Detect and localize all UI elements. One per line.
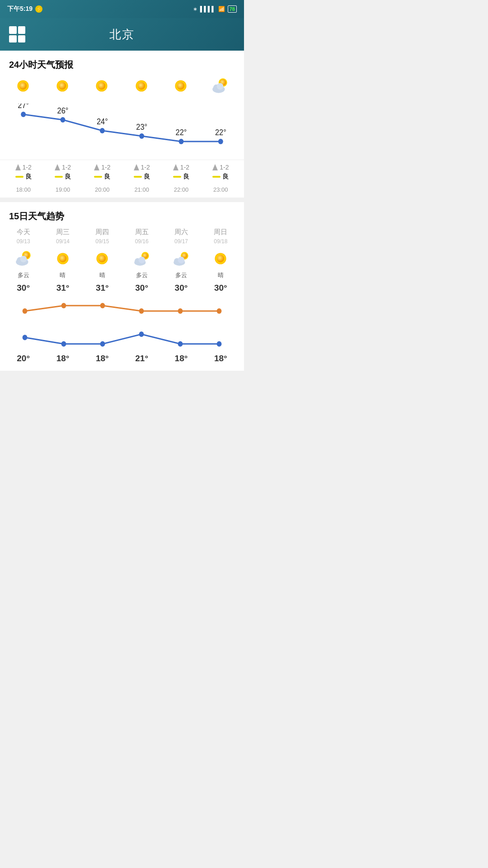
daily-low-row: 20°18°18°21°18°18°: [0, 354, 244, 363]
svg-point-67: [217, 308, 222, 314]
day-desc: 多云: [18, 271, 29, 279]
hour-col-4: [161, 76, 201, 96]
wind-direction: 1-2: [212, 164, 229, 171]
day-col-3: 周五 09/16 多云 30°: [122, 228, 161, 293]
daily-title: 15日天气趋势: [0, 202, 244, 228]
hour-col-2: [83, 76, 122, 96]
status-left: 下午5:19 ⚡: [7, 5, 42, 13]
svg-marker-32: [15, 164, 21, 170]
time-label: 20:00: [95, 184, 110, 194]
wind-speed: 1-2: [180, 164, 189, 171]
wind-col-4: 1-2 良 22:00: [161, 164, 201, 194]
wind-col-0: 1-2 良 18:00: [4, 164, 43, 194]
day-low-col-2: 18°: [83, 354, 122, 363]
svg-point-66: [178, 308, 183, 314]
day-desc: 多云: [136, 271, 148, 279]
svg-marker-36: [173, 164, 178, 170]
day-desc: 多云: [175, 271, 187, 279]
wind-row: 1-2 良 18:00 1-2 良 19:00 1-2 良 20:00 1-2: [0, 160, 244, 198]
day-name: 周六: [174, 228, 188, 236]
svg-point-65: [139, 308, 144, 314]
day-high-temp: 30°: [214, 283, 227, 293]
day-name: 周五: [135, 228, 149, 236]
svg-text:22°: 22°: [215, 127, 226, 137]
time-label: 22:00: [174, 184, 189, 194]
wind-direction: 1-2: [173, 164, 189, 171]
day-icon: [172, 249, 191, 268]
menu-button[interactable]: [9, 26, 25, 42]
day-col-2: 周四 09/15 晴 31°: [83, 228, 122, 293]
aq-label: 良: [65, 173, 71, 181]
svg-point-14: [177, 82, 185, 90]
wifi-icon: 📶: [218, 6, 225, 12]
day-col-0: 今天 09/13 多云 30°: [4, 228, 43, 293]
svg-point-42: [20, 256, 27, 263]
day-desc: 晴: [99, 271, 105, 279]
day-col-5: 周日 09/18 晴 30°: [201, 228, 240, 293]
svg-marker-33: [55, 164, 60, 170]
wind-col-3: 1-2 良 21:00: [122, 164, 161, 194]
aq-label: 良: [104, 173, 110, 181]
wind-col-1: 1-2 良 19:00: [43, 164, 82, 194]
svg-point-5: [59, 82, 66, 90]
wind-col-2: 1-2 良 20:00: [83, 164, 122, 194]
aq-label: 良: [144, 173, 150, 181]
day-name: 周三: [56, 228, 70, 236]
day-date: 09/15: [95, 238, 109, 245]
svg-point-19: [217, 83, 224, 90]
air-quality: 良: [134, 173, 150, 181]
time-label: 18:00: [16, 184, 31, 194]
wind-speed: 1-2: [62, 164, 71, 171]
wind-speed: 1-2: [141, 164, 150, 171]
day-icon: [132, 249, 151, 268]
svg-point-69: [61, 341, 66, 347]
main-content: 24小时天气预报: [0, 51, 244, 371]
hour-col-0: [4, 76, 43, 96]
svg-point-63: [61, 303, 66, 308]
svg-point-45: [59, 255, 67, 263]
day-date: 09/18: [214, 238, 227, 245]
svg-point-24: [100, 128, 105, 133]
day-low-col-1: 18°: [43, 354, 82, 363]
aq-label: 良: [183, 173, 189, 181]
day-high-temp: 31°: [96, 283, 109, 293]
daily-forecast-card: 15日天气趋势 今天 09/13 多云 30° 周三 09/14 晴 31° 周…: [0, 202, 244, 371]
day-low-col-5: 18°: [201, 354, 240, 363]
day-low-temp: 18°: [214, 354, 227, 363]
aq-label: 良: [25, 173, 32, 181]
svg-point-62: [23, 308, 28, 314]
wind-col-5: 1-2 良 23:00: [201, 164, 240, 194]
hour-col-1: [43, 76, 82, 96]
svg-text:24°: 24°: [97, 117, 108, 126]
svg-point-8: [98, 82, 106, 90]
day-high-temp: 30°: [17, 283, 30, 293]
svg-text:27°: 27°: [18, 104, 29, 110]
hourly-scroll[interactable]: [0, 76, 244, 104]
svg-point-70: [100, 341, 105, 347]
wind-direction: 1-2: [55, 164, 71, 171]
day-low-col-4: 18°: [161, 354, 201, 363]
svg-point-20: [21, 112, 26, 117]
svg-point-73: [217, 341, 222, 347]
air-quality: 良: [212, 173, 229, 181]
day-low-temp: 21°: [135, 354, 148, 363]
day-high-temp: 30°: [135, 283, 148, 293]
wind-direction: 1-2: [134, 164, 150, 171]
hourly-temp-chart: 27°26°24°23°22°22°: [0, 104, 244, 158]
svg-text:23°: 23°: [136, 122, 147, 132]
city-title: 北京: [109, 27, 135, 42]
air-quality: 良: [173, 173, 189, 181]
wind-speed: 1-2: [23, 164, 32, 171]
svg-point-61: [217, 255, 225, 263]
signal-icon: ▌▌▌▌: [200, 6, 216, 12]
day-high-temp: 30°: [175, 283, 188, 293]
hour-col-3: [122, 76, 161, 96]
svg-marker-34: [94, 164, 99, 170]
svg-text:22°: 22°: [176, 127, 187, 137]
day-high-temp: 31°: [56, 283, 70, 293]
app-header: 北京: [0, 18, 244, 51]
svg-point-48: [99, 255, 106, 263]
day-name: 今天: [17, 228, 30, 236]
wind-speed: 1-2: [220, 164, 229, 171]
status-bar: 下午5:19 ⚡ ∗ ▌▌▌▌ 📶 78: [0, 0, 244, 18]
